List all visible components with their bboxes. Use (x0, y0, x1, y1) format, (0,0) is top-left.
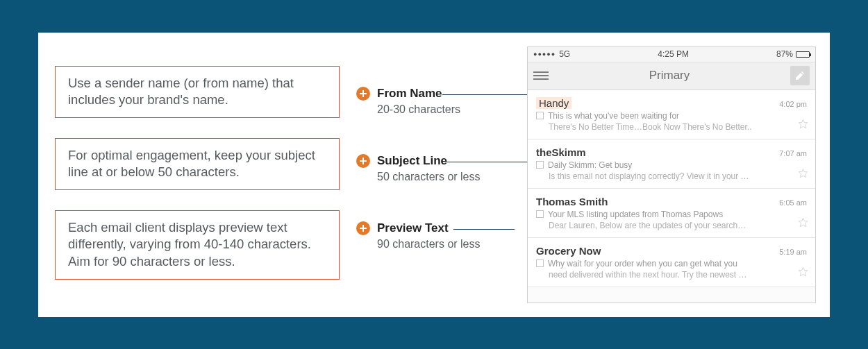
mail-item[interactable]: Thomas Smith 6:05 am Your MLS listing up… (528, 189, 815, 238)
mail-preview: Is this email not displaying correctly? … (536, 171, 772, 181)
menu-icon[interactable] (533, 71, 549, 80)
mail-preview: There's No Better Time…Book Now There's … (536, 122, 772, 132)
star-icon[interactable] (798, 217, 808, 230)
callout-from-name: From Name 20-30 characters (356, 87, 460, 116)
callout-sub: 90 characters or less (377, 238, 481, 250)
mail-subject: This is what you've been waiting for (548, 111, 679, 121)
callout-title: Preview Text (377, 221, 449, 235)
mail-item[interactable]: Handy 4:02 pm This is what you've been w… (528, 90, 815, 139)
checkbox-icon[interactable] (536, 112, 544, 119)
signal-icon: ●●●●● (533, 51, 556, 58)
battery-icon (796, 51, 810, 58)
mail-time: 7:07 am (779, 149, 807, 158)
plus-icon (356, 221, 370, 235)
star-icon[interactable] (798, 119, 808, 132)
star-icon[interactable] (798, 266, 808, 280)
svg-marker-3 (799, 267, 808, 276)
compose-button[interactable] (790, 66, 810, 85)
checkbox-icon[interactable] (536, 259, 544, 267)
mail-preview: need delivered within the next hour. Try… (536, 270, 772, 280)
svg-marker-2 (799, 218, 808, 227)
carrier-label: 5G (559, 49, 570, 59)
status-bar: ●●●●● 5G 4:25 PM 87% (528, 47, 815, 62)
canvas: Use a sender name (or from name) that in… (38, 33, 830, 317)
mail-sender: Handy (536, 97, 571, 109)
mail-subject: Why wait for your order when you can get… (548, 259, 737, 269)
battery-percent: 87% (776, 49, 793, 59)
star-icon[interactable] (798, 168, 808, 181)
svg-marker-1 (799, 169, 808, 178)
mail-sender: theSkimm (536, 146, 586, 158)
mail-time: 5:19 am (779, 248, 807, 256)
callout-title: Subject Line (377, 154, 447, 168)
callout-subject-line: Subject Line 50 characters or less (356, 154, 481, 183)
inbox-title: Primary (649, 69, 690, 83)
tip-preview-text: Each email client displays preview text … (55, 210, 340, 280)
mail-subject: Your MLS listing updates from Thomas Pap… (548, 210, 723, 219)
mail-subject: Daily Skimm: Get busy (548, 160, 632, 170)
svg-marker-0 (799, 119, 808, 128)
connector-line (453, 229, 515, 230)
mail-item[interactable]: theSkimm 7:07 am Daily Skimm: Get busy I… (528, 139, 815, 189)
phone-mockup: ●●●●● 5G 4:25 PM 87% Primary Handy 4:02 … (527, 46, 816, 303)
plus-icon (356, 154, 370, 168)
status-time: 4:25 PM (658, 49, 689, 59)
tip-subject-line: For optimal engagement, keep your subjec… (55, 138, 340, 191)
mail-time: 6:05 am (779, 198, 807, 207)
mail-preview: Dear Lauren, Below are the updates of yo… (536, 221, 772, 230)
plus-icon (356, 87, 370, 101)
callout-sub: 50 characters or less (377, 171, 481, 183)
checkbox-icon[interactable] (536, 210, 544, 218)
nav-bar: Primary (528, 62, 815, 90)
tip-from-name: Use a sender name (or from name) that in… (55, 66, 340, 119)
callout-preview-text: Preview Text 90 characters or less (356, 221, 481, 250)
mail-item[interactable]: Grocery Now 5:19 am Why wait for your or… (528, 238, 815, 287)
mail-sender: Thomas Smith (536, 196, 608, 207)
mail-time: 4:02 pm (779, 100, 807, 108)
callout-sub: 20-30 characters (377, 103, 460, 116)
mail-sender: Grocery Now (536, 245, 601, 257)
callout-title: From Name (377, 87, 442, 101)
checkbox-icon[interactable] (536, 161, 544, 169)
